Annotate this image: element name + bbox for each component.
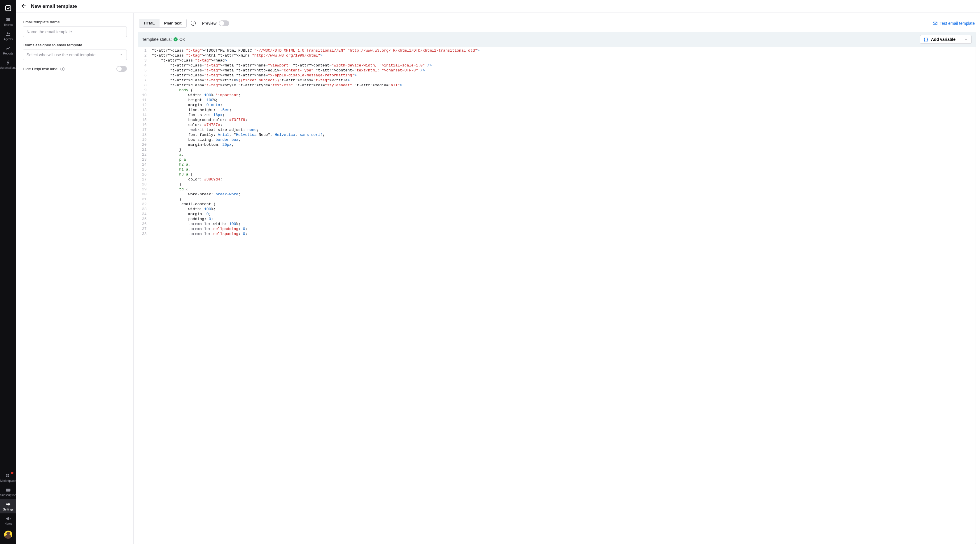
back-button[interactable]: [21, 3, 27, 10]
code-content[interactable]: "t-attr">class="t-tag"><!DOCTYPE html PU…: [150, 47, 482, 544]
teams-select[interactable]: Select who will use the email template: [23, 49, 127, 60]
svg-rect-5: [6, 476, 7, 477]
ticket-icon: [5, 17, 11, 23]
sidebar-label: News: [5, 522, 12, 525]
sidebar-label: Automations: [0, 66, 16, 70]
sidebar: Tickets Agents Reports Automations Marke…: [0, 0, 16, 544]
page-title: New email template: [31, 3, 77, 10]
sidebar-item-reports[interactable]: Reports: [0, 43, 16, 57]
reports-icon: [5, 46, 11, 51]
code-editor[interactable]: 1234567891011121314151617181920212223242…: [138, 47, 975, 544]
format-segmented: HTML Plain text: [139, 19, 187, 28]
sidebar-item-tickets[interactable]: Tickets: [0, 14, 16, 29]
status-label: Template status:: [142, 37, 172, 42]
info-icon[interactable]: i: [191, 21, 196, 25]
preview-toggle[interactable]: [219, 21, 229, 26]
braces-icon: { }: [924, 37, 928, 42]
sidebar-item-news[interactable]: News: [0, 513, 16, 528]
grid-icon: [5, 473, 11, 479]
hide-label-toggle[interactable]: [116, 66, 127, 72]
editor-panel: HTML Plain text i Preview Test email tem…: [134, 13, 980, 544]
gear-icon: [5, 501, 11, 507]
card-icon: [5, 487, 11, 493]
status-value: OK: [180, 37, 185, 42]
form-panel: Email template name Teams assigned to em…: [16, 13, 134, 544]
test-email-link[interactable]: Test email template: [932, 21, 975, 26]
teams-label: Teams assigned to email template: [23, 43, 127, 47]
agents-icon: [5, 31, 11, 37]
user-avatar[interactable]: [4, 531, 12, 539]
bolt-icon: [5, 60, 11, 66]
sidebar-item-marketplace[interactable]: Marketplace: [0, 471, 16, 485]
teams-placeholder: Select who will use the email template: [27, 52, 95, 57]
chevron-down-icon: [964, 38, 968, 41]
template-name-input[interactable]: [23, 27, 127, 37]
hide-label-text: Hide HelpDesk label: [23, 67, 58, 71]
check-icon: ✓: [173, 37, 178, 41]
sidebar-label: Subscription: [0, 493, 16, 497]
html-tab[interactable]: HTML: [139, 19, 159, 27]
notification-badge: [11, 472, 13, 474]
line-gutter: 1234567891011121314151617181920212223242…: [138, 47, 150, 544]
mail-icon: [932, 21, 938, 26]
sidebar-label: Agents: [3, 38, 13, 41]
info-icon[interactable]: i: [60, 67, 64, 71]
chevron-down-icon: [119, 53, 123, 57]
sidebar-item-settings[interactable]: Settings: [0, 499, 16, 513]
svg-rect-3: [6, 474, 7, 475]
sidebar-item-automations[interactable]: Automations: [0, 57, 16, 72]
editor-status-bar: Template status: ✓ OK { } Add variable: [138, 32, 975, 47]
template-name-label: Email template name: [23, 20, 127, 24]
app-logo[interactable]: [5, 5, 12, 12]
preview-label: Preview: [202, 21, 217, 25]
sidebar-label: Reports: [3, 52, 13, 55]
megaphone-icon: [5, 516, 11, 522]
editor-toolbar: HTML Plain text i Preview Test email tem…: [138, 19, 976, 32]
sidebar-label: Settings: [3, 508, 13, 511]
sidebar-item-subscription[interactable]: Subscription: [0, 485, 16, 499]
svg-point-1: [7, 32, 8, 34]
add-variable-button[interactable]: { } Add variable: [920, 35, 972, 44]
sidebar-label: Tickets: [3, 23, 13, 27]
plaintext-tab[interactable]: Plain text: [159, 19, 186, 27]
page-header: New email template: [16, 0, 980, 13]
svg-rect-7: [6, 488, 11, 492]
sidebar-item-agents[interactable]: Agents: [0, 29, 16, 43]
editor-frame: Template status: ✓ OK { } Add variable 1…: [138, 32, 976, 544]
sidebar-label: Marketplace: [0, 479, 16, 482]
svg-point-2: [8, 33, 10, 34]
svg-rect-4: [8, 474, 9, 475]
arrow-left-icon: [21, 3, 27, 9]
svg-rect-6: [8, 476, 9, 477]
